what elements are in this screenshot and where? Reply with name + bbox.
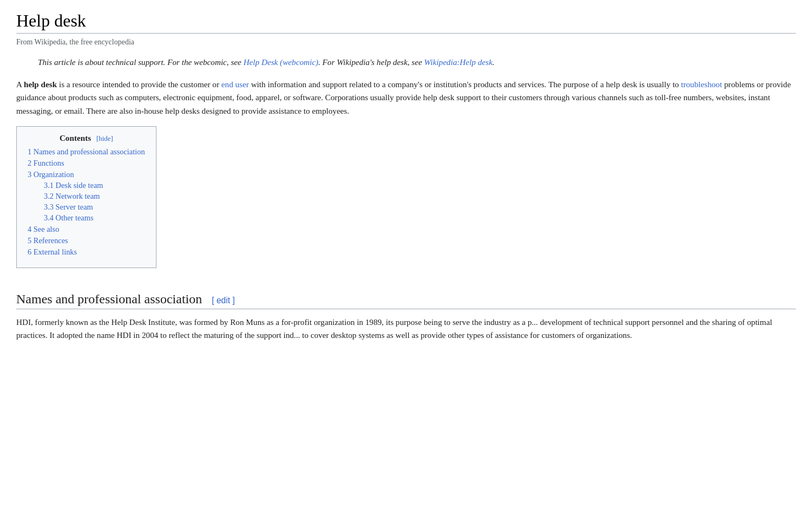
toc-title: Contents [hide]	[28, 133, 145, 143]
toc-link-3-3[interactable]: 3.3 Server team	[44, 203, 93, 211]
intro-troubleshoot-link[interactable]: troubleshoot	[681, 80, 722, 89]
section-names-heading: Names and professional association [ edi…	[16, 292, 796, 309]
toc-item-3: 3 Organization 3.1 Desk side team 3.2 Ne…	[28, 170, 145, 223]
toc-item-2: 2 Functions	[28, 159, 145, 168]
intro-end-user-link[interactable]: end user	[221, 80, 249, 89]
toc-link-6[interactable]: 6 External links	[28, 248, 77, 256]
toc-link-2[interactable]: 2 Functions	[28, 159, 64, 167]
section-names-text: HDI, formerly known as the Help Desk Ins…	[16, 316, 796, 342]
toc-item-3-1: 3.1 Desk side team	[44, 181, 145, 190]
hatnote-text2: . For Wikipedia's help desk, see	[318, 57, 424, 67]
intro-part2: is a resource intended to provide the cu…	[57, 80, 221, 89]
toc-item-3-4: 3.4 Other teams	[44, 213, 145, 223]
toc-link-5[interactable]: 5 References	[28, 236, 68, 245]
page-subtitle: From Wikipedia, the free encyclopedia	[16, 38, 796, 47]
intro-part3: with information and support related to …	[249, 80, 681, 89]
hatnote-link2[interactable]: Wikipedia:Help desk	[424, 57, 493, 67]
toc-link-3-4[interactable]: 3.4 Other teams	[44, 213, 94, 222]
toc-link-4[interactable]: 4 See also	[28, 225, 59, 233]
toc-list: 1 Names and professional association 2 F…	[28, 147, 145, 257]
hatnote-end: .	[493, 57, 495, 67]
toc-item-3-2: 3.2 Network team	[44, 192, 145, 201]
section-names: Names and professional association [ edi…	[16, 292, 796, 342]
intro-paragraph: A help desk is a resource intended to pr…	[16, 78, 796, 118]
hatnote-link1[interactable]: Help Desk (webcomic)	[244, 57, 318, 67]
page-title: Help desk	[16, 11, 796, 34]
hatnote-text1: This article is about technical support.…	[38, 57, 244, 67]
toc-link-1[interactable]: 1 Names and professional association	[28, 147, 145, 156]
table-of-contents: Contents [hide] 1 Names and professional…	[16, 126, 156, 268]
hatnote: This article is about technical support.…	[16, 55, 796, 69]
section-names-edit[interactable]: [ edit ]	[212, 296, 234, 305]
toc-link-3[interactable]: 3 Organization	[28, 170, 74, 179]
toc-link-3-1[interactable]: 3.1 Desk side team	[44, 181, 103, 190]
toc-link-3-2[interactable]: 3.2 Network team	[44, 192, 100, 200]
intro-bold: help desk	[24, 80, 57, 89]
intro-part1: A	[16, 80, 24, 89]
toc-item-4: 4 See also	[28, 225, 145, 234]
toc-item-6: 6 External links	[28, 248, 145, 257]
toc-item-1: 1 Names and professional association	[28, 147, 145, 157]
toc-title-text: Contents	[60, 133, 91, 142]
toc-item-5: 5 References	[28, 236, 145, 245]
toc-hide-button[interactable]: [hide]	[96, 134, 113, 142]
toc-item-3-3: 3.3 Server team	[44, 203, 145, 212]
toc-sub-list-3: 3.1 Desk side team 3.2 Network team 3.3 …	[28, 181, 145, 223]
